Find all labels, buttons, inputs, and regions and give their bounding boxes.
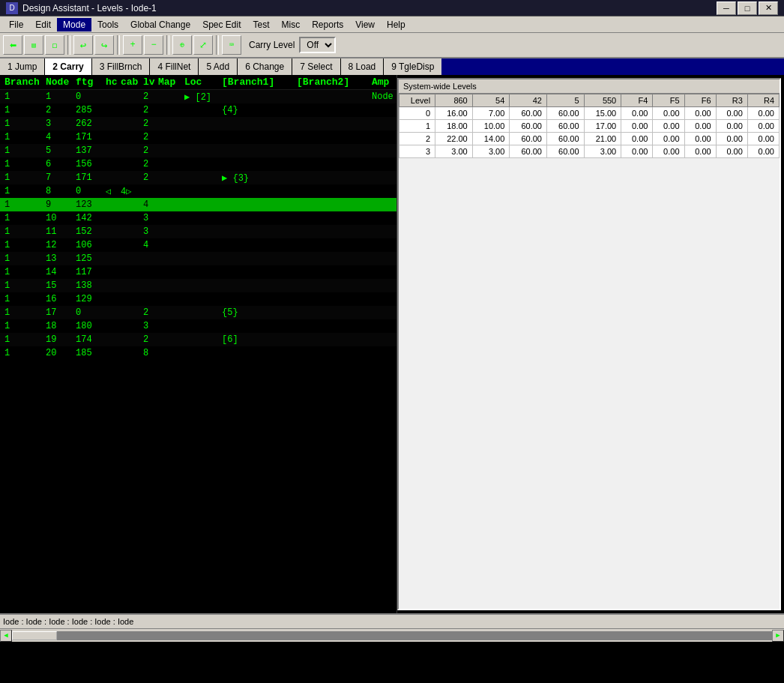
tab-jump[interactable]: 1 Jump — [0, 58, 45, 75]
hscroll-left-btn[interactable]: ◀ — [0, 630, 12, 642]
tab-select[interactable]: 7 Select — [292, 58, 340, 75]
titlebar: D Design Assistant - Levels - Iode-1 ─ □… — [0, 0, 784, 16]
tb-btn-5[interactable]: ↪ — [94, 35, 114, 55]
levels-cell: 60.00 — [546, 107, 584, 120]
table-row[interactable]: 1 17 0 2 {5} — [0, 306, 396, 319]
levels-cell: 0.00 — [653, 133, 684, 145]
table-row[interactable]: 1 9 123 4 — [0, 198, 396, 211]
table-row[interactable]: 1 18 180 3 — [0, 319, 396, 333]
tb-separator-2 — [117, 35, 120, 55]
system-levels-panel: System-wide Levels Level86054425550F4F5F… — [397, 78, 781, 610]
levels-cell: 14.00 — [472, 133, 510, 145]
main-content: Branch Node ftg hc cab lv Map Loc [Branc… — [0, 75, 784, 613]
levels-row[interactable]: 222.0014.0060.0060.0021.000.000.000.000.… — [399, 133, 780, 145]
tb-btn-10[interactable]: ⌨ — [222, 35, 241, 55]
table-row[interactable]: 1 12 106 4 — [0, 238, 396, 252]
table-row[interactable]: 1 15 138 — [0, 279, 396, 292]
menu-global-change[interactable]: Global Change — [124, 18, 196, 31]
table-row[interactable]: 1 20 185 8 — [0, 346, 396, 360]
levels-col-header: 42 — [510, 94, 547, 107]
levels-row[interactable]: 016.007.0060.0060.0015.000.000.000.000.0… — [399, 107, 780, 120]
menu-tools[interactable]: Tools — [91, 18, 124, 31]
tab-fillbrnch[interactable]: 3 FillBrnch — [92, 58, 151, 75]
levels-cell: 60.00 — [546, 145, 584, 158]
table-row[interactable]: 1 6 156 2 — [0, 157, 396, 171]
table-row[interactable]: 1 7 171 2 ▶ {3} — [0, 171, 396, 184]
tab-add[interactable]: 5 Add — [199, 58, 238, 75]
col-branch: Branch — [4, 76, 46, 88]
app-icon: D — [6, 2, 18, 14]
tb-btn-7[interactable]: − — [144, 35, 163, 55]
levels-cell: 22.00 — [435, 133, 473, 145]
tb-btn-4[interactable]: ↩ — [73, 35, 93, 55]
levels-cell: 0.00 — [747, 133, 779, 145]
levels-col-header: 54 — [472, 94, 510, 107]
menu-reports[interactable]: Reports — [306, 18, 349, 31]
col-loc: Loc — [184, 76, 222, 88]
col-lv: lv — [143, 76, 158, 88]
levels-cell: 0.00 — [621, 145, 653, 158]
table-row[interactable]: 1 1 0 2 ▶ [2] Node 1 — [0, 90, 396, 103]
table-row[interactable]: 1 13 125 — [0, 252, 396, 265]
menu-edit[interactable]: Edit — [29, 18, 57, 31]
levels-cell: 60.00 — [510, 133, 547, 145]
minimize-button[interactable]: ─ — [717, 1, 736, 15]
table-row[interactable]: 1 10 142 3 — [0, 211, 396, 225]
hscroll-right-btn[interactable]: ▶ — [772, 630, 784, 642]
table-row[interactable]: 1 16 129 — [0, 292, 396, 306]
levels-header: Level86054425550F4F5F6R3R4 — [399, 94, 780, 107]
menu-view[interactable]: View — [349, 18, 381, 31]
table-row[interactable]: 1 5 137 2 — [0, 144, 396, 157]
levels-cell: 0.00 — [747, 120, 779, 133]
tb-btn-9[interactable]: ⤢ — [193, 35, 213, 55]
tb-btn-2[interactable]: ▤ — [24, 35, 43, 55]
menu-misc[interactable]: Misc — [276, 18, 307, 31]
levels-col-header: 860 — [435, 94, 473, 107]
levels-cell: 60.00 — [510, 107, 547, 120]
levels-cell: 60.00 — [510, 120, 547, 133]
levels-cell: 3 — [399, 145, 435, 158]
levels-cell: 0.00 — [621, 107, 653, 120]
levels-cell: 0 — [399, 107, 435, 120]
carry-level-select[interactable]: Off On — [299, 37, 336, 53]
tab-change[interactable]: 6 Change — [238, 58, 292, 75]
table-row[interactable]: 1 11 152 3 — [0, 225, 396, 238]
levels-cell: 60.00 — [510, 145, 547, 158]
levels-cell: 0.00 — [716, 145, 747, 158]
tb-btn-1[interactable]: ⬅ — [3, 35, 22, 55]
table-row[interactable]: 1 2 285 2 {4} — [0, 103, 396, 117]
levels-cell: 17.00 — [584, 120, 621, 133]
tab-fillnet[interactable]: 4 FillNet — [150, 58, 199, 75]
table-row[interactable]: 1 4 171 2 — [0, 130, 396, 144]
levels-col-header: F5 — [653, 94, 684, 107]
tb-btn-3[interactable]: ◻ — [45, 35, 64, 55]
menu-test[interactable]: Test — [247, 18, 276, 31]
menubar: File Edit Mode Tools Global Change Spec … — [0, 16, 784, 33]
levels-cell: 3.00 — [435, 145, 473, 158]
menu-help[interactable]: Help — [381, 18, 411, 31]
levels-row[interactable]: 118.0010.0060.0060.0017.000.000.000.000.… — [399, 120, 780, 133]
levels-row[interactable]: 33.003.0060.0060.003.000.000.000.000.000… — [399, 145, 780, 158]
tab-tgledisp[interactable]: 9 TgleDisp — [384, 58, 441, 75]
menu-spec-edit[interactable]: Spec Edit — [196, 18, 247, 31]
tab-carry[interactable]: 2 Carry — [45, 58, 91, 75]
levels-cell: 0.00 — [716, 120, 747, 133]
statusbar: Iode : Iode : Iode : Iode : Iode : Iode — [0, 613, 784, 628]
levels-col-header: 5 — [546, 94, 584, 107]
col-amp: Amp — [372, 76, 397, 88]
menu-mode[interactable]: Mode — [57, 18, 91, 31]
col-node: Node — [46, 76, 76, 88]
table-row[interactable]: 1 3 262 2 — [0, 117, 396, 130]
levels-cell: 60.00 — [546, 120, 584, 133]
menu-file[interactable]: File — [3, 18, 29, 31]
tb-btn-6[interactable]: + — [123, 35, 142, 55]
table-row[interactable]: 1 8 0 ◁ 4▷ — [0, 184, 396, 198]
table-row[interactable]: 1 14 117 — [0, 265, 396, 279]
table-row[interactable]: 1 19 174 2 [6] — [0, 333, 396, 346]
maximize-button[interactable]: □ — [738, 1, 757, 15]
levels-cell: 0.00 — [653, 107, 684, 120]
close-button[interactable]: ✕ — [759, 1, 778, 15]
h-scrollbar[interactable]: ◀ ▶ — [0, 628, 784, 642]
tb-btn-8[interactable]: ⊕ — [172, 35, 192, 55]
tab-load[interactable]: 8 Load — [341, 58, 385, 75]
